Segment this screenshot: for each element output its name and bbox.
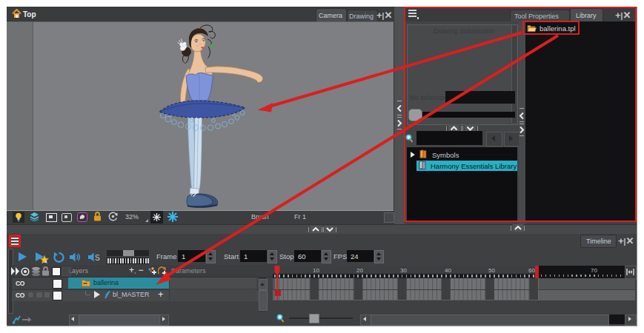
svg-text:S: S <box>95 254 100 262</box>
